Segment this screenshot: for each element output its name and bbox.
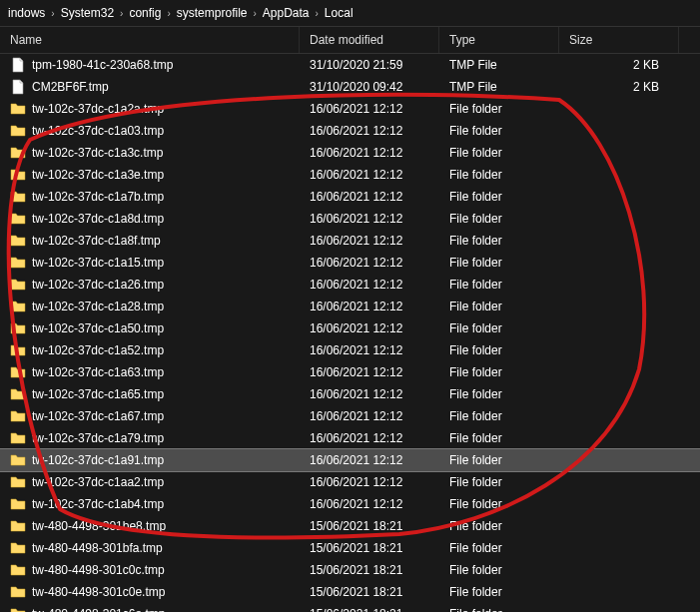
cell-type: File folder	[439, 124, 559, 138]
table-row[interactable]: tw-102c-37dc-c1a28.tmp16/06/2021 12:12Fi…	[0, 296, 700, 317]
file-name: tw-480-4498-301c0c.tmp	[32, 563, 165, 577]
folder-icon	[10, 277, 26, 293]
cell-name: tw-480-4498-301bfa.tmp	[0, 540, 300, 556]
table-row[interactable]: tw-102c-37dc-c1a52.tmp16/06/2021 12:12Fi…	[0, 339, 700, 361]
column-label: Date modified	[310, 33, 383, 47]
file-name: tw-102c-37dc-c1a7b.tmp	[32, 190, 164, 204]
file-name: tw-102c-37dc-c1a8f.tmp	[32, 234, 161, 248]
table-row[interactable]: tw-102c-37dc-c1a3e.tmp16/06/2021 12:12Fi…	[0, 164, 700, 186]
folder-icon	[10, 386, 26, 402]
table-row[interactable]: tw-480-4498-301bfa.tmp15/06/2021 18:21Fi…	[0, 537, 700, 559]
table-row[interactable]: tw-102c-37dc-c1a26.tmp16/06/2021 12:12Fi…	[0, 274, 700, 296]
file-name: tw-102c-37dc-c1a3e.tmp	[32, 168, 164, 182]
cell-name: tw-102c-37dc-c1a91.tmp	[0, 452, 300, 468]
cell-date: 31/10/2020 21:59	[300, 58, 439, 72]
file-name: tpm-1980-41c-230a68.tmp	[32, 58, 173, 72]
file-name: tw-102c-37dc-c1a8d.tmp	[32, 212, 164, 226]
chevron-right-icon: ›	[167, 8, 170, 19]
table-row[interactable]: CM2BF6F.tmp31/10/2020 09:42TMP File2 KB	[0, 76, 700, 98]
folder-icon	[10, 496, 26, 512]
folder-icon	[10, 540, 26, 556]
cell-date: 16/06/2021 12:12	[300, 387, 439, 401]
table-row[interactable]: tw-102c-37dc-c1a7b.tmp16/06/2021 12:12Fi…	[0, 186, 700, 208]
folder-icon	[10, 342, 26, 358]
cell-type: File folder	[439, 146, 559, 160]
folder-icon	[10, 167, 26, 183]
cell-type: File folder	[439, 300, 559, 313]
cell-date: 16/06/2021 12:12	[300, 300, 439, 313]
cell-type: File folder	[439, 190, 559, 204]
table-row[interactable]: tw-480-4498-301c6a.tmp15/06/2021 18:21Fi…	[0, 603, 700, 612]
table-row[interactable]: tw-102c-37dc-c1a65.tmp16/06/2021 12:12Fi…	[0, 383, 700, 405]
file-name: tw-102c-37dc-c1a03.tmp	[32, 124, 164, 138]
table-row[interactable]: tw-480-4498-301be8.tmp15/06/2021 18:21Fi…	[0, 515, 700, 537]
table-row[interactable]: tw-102c-37dc-c1a63.tmp16/06/2021 12:12Fi…	[0, 361, 700, 383]
table-row[interactable]: tw-102c-37dc-c1a2a.tmp16/06/2021 12:12Fi…	[0, 98, 700, 120]
table-row[interactable]: tw-102c-37dc-c1a8d.tmp16/06/2021 12:12Fi…	[0, 208, 700, 230]
cell-name: tw-102c-37dc-c1a63.tmp	[0, 364, 300, 380]
cell-date: 16/06/2021 12:12	[300, 124, 439, 138]
file-name: tw-102c-37dc-c1a26.tmp	[32, 278, 164, 292]
cell-name: CM2BF6F.tmp	[0, 79, 300, 95]
column-header-size[interactable]: Size	[559, 27, 679, 53]
cell-date: 16/06/2021 12:12	[300, 190, 439, 204]
breadcrumb[interactable]: indows›System32›config›systemprofile›App…	[0, 0, 700, 26]
breadcrumb-segment[interactable]: AppData	[263, 6, 310, 20]
cell-date: 31/10/2020 09:42	[300, 80, 439, 94]
cell-date: 16/06/2021 12:12	[300, 321, 439, 335]
folder-icon	[10, 320, 26, 336]
table-row[interactable]: tw-102c-37dc-c1a3c.tmp16/06/2021 12:12Fi…	[0, 142, 700, 164]
cell-type: File folder	[439, 387, 559, 401]
file-name: tw-102c-37dc-c1a28.tmp	[32, 300, 164, 313]
breadcrumb-segment[interactable]: indows	[8, 6, 45, 20]
column-header-type[interactable]: Type	[439, 27, 559, 53]
cell-type: File folder	[439, 212, 559, 226]
breadcrumb-segment[interactable]: System32	[61, 6, 114, 20]
cell-type: File folder	[439, 365, 559, 379]
file-name: tw-102c-37dc-c1a79.tmp	[32, 431, 164, 445]
cell-type: TMP File	[439, 58, 559, 72]
column-header-row: Name Date modified Type Size	[0, 26, 700, 54]
cell-name: tw-102c-37dc-c1a2a.tmp	[0, 101, 300, 117]
cell-type: File folder	[439, 497, 559, 511]
cell-date: 16/06/2021 12:12	[300, 365, 439, 379]
cell-date: 16/06/2021 12:12	[300, 497, 439, 511]
file-name: tw-102c-37dc-c1a65.tmp	[32, 387, 164, 401]
table-row[interactable]: tw-102c-37dc-c1ab4.tmp16/06/2021 12:12Fi…	[0, 493, 700, 515]
table-row[interactable]: tw-102c-37dc-c1aa2.tmp16/06/2021 12:12Fi…	[0, 471, 700, 493]
table-row[interactable]: tw-102c-37dc-c1a50.tmp16/06/2021 12:12Fi…	[0, 317, 700, 339]
table-row[interactable]: tpm-1980-41c-230a68.tmp31/10/2020 21:59T…	[0, 54, 700, 76]
folder-icon	[10, 255, 26, 271]
breadcrumb-segment[interactable]: Local	[325, 6, 353, 20]
file-name: tw-102c-37dc-c1a3c.tmp	[32, 146, 163, 160]
cell-name: tw-102c-37dc-c1a79.tmp	[0, 430, 300, 446]
table-row[interactable]: tw-102c-37dc-c1a79.tmp16/06/2021 12:12Fi…	[0, 427, 700, 449]
column-header-name[interactable]: Name	[0, 27, 300, 53]
breadcrumb-segment[interactable]: systemprofile	[177, 6, 248, 20]
cell-name: tw-102c-37dc-c1a15.tmp	[0, 255, 300, 271]
table-row[interactable]: tw-480-4498-301c0c.tmp15/06/2021 18:21Fi…	[0, 559, 700, 581]
column-header-date[interactable]: Date modified	[300, 27, 439, 53]
cell-size: 2 KB	[559, 80, 679, 94]
cell-name: tw-102c-37dc-c1aa2.tmp	[0, 474, 300, 490]
table-row[interactable]: tw-102c-37dc-c1a03.tmp16/06/2021 12:12Fi…	[0, 120, 700, 142]
cell-type: File folder	[439, 102, 559, 116]
table-row[interactable]: tw-102c-37dc-c1a91.tmp16/06/2021 12:12Fi…	[0, 449, 700, 471]
file-icon	[10, 79, 26, 95]
breadcrumb-segment[interactable]: config	[129, 6, 161, 20]
table-row[interactable]: tw-102c-37dc-c1a67.tmp16/06/2021 12:12Fi…	[0, 405, 700, 427]
table-row[interactable]: tw-102c-37dc-c1a8f.tmp16/06/2021 12:12Fi…	[0, 230, 700, 252]
cell-date: 16/06/2021 12:12	[300, 431, 439, 445]
file-name: tw-102c-37dc-c1aa2.tmp	[32, 475, 164, 489]
cell-name: tw-102c-37dc-c1a52.tmp	[0, 342, 300, 358]
folder-icon	[10, 408, 26, 424]
cell-name: tw-102c-37dc-c1a8d.tmp	[0, 211, 300, 227]
table-row[interactable]: tw-102c-37dc-c1a15.tmp16/06/2021 12:12Fi…	[0, 252, 700, 274]
cell-name: tw-102c-37dc-c1a28.tmp	[0, 299, 300, 314]
folder-icon	[10, 299, 26, 314]
table-row[interactable]: tw-480-4498-301c0e.tmp15/06/2021 18:21Fi…	[0, 581, 700, 603]
cell-type: File folder	[439, 453, 559, 467]
file-icon	[10, 57, 26, 73]
cell-name: tw-102c-37dc-c1a65.tmp	[0, 386, 300, 402]
cell-name: tw-480-4498-301c6a.tmp	[0, 606, 300, 612]
